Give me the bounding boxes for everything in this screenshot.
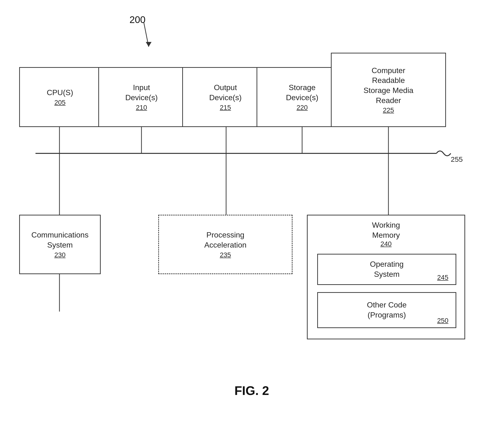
diagram-number: 200 — [129, 14, 146, 25]
svg-marker-1 — [146, 42, 152, 47]
output-label: OutputDevice(s) — [209, 83, 241, 103]
proc-label: ProcessingAcceleration — [204, 230, 247, 250]
crsm-num: 225 — [383, 106, 394, 114]
crsm-box: ComputerReadableStorage MediaReader 225 — [331, 53, 446, 127]
cpu-num: 205 — [55, 99, 66, 106]
comm-num: 230 — [55, 251, 66, 259]
crsm-label: ComputerReadableStorage MediaReader — [364, 66, 413, 105]
os-num: 245 — [437, 274, 448, 281]
cpu-label: CPU(S) — [47, 88, 73, 98]
other-label: Other Code(Programs) — [367, 300, 406, 320]
proc-num: 235 — [220, 251, 231, 259]
working-label: WorkingMemory — [372, 221, 400, 239]
output-box: OutputDevice(s) 215 — [182, 67, 268, 127]
proc-box: ProcessingAcceleration 235 — [158, 215, 293, 274]
input-label: InputDevice(s) — [125, 83, 157, 103]
input-num: 210 — [136, 104, 147, 111]
os-box: OperatingSystem 245 — [317, 254, 456, 285]
cpu-box: CPU(S) 205 — [19, 67, 101, 127]
bus-label: 255 — [451, 155, 463, 164]
fig-label: FIG. 2 — [192, 384, 312, 398]
os-label: OperatingSystem — [370, 259, 404, 279]
diagram: 200 CPU(S) 205 InputDevice(s) 210 Output… — [0, 0, 504, 440]
working-num: 240 — [380, 240, 392, 248]
working-box: WorkingMemory 240 OperatingSystem 245 Ot… — [307, 215, 465, 339]
input-box: InputDevice(s) 210 — [98, 67, 185, 127]
comm-box: CommunicationsSystem 230 — [19, 215, 101, 274]
comm-label: CommunicationsSystem — [31, 230, 88, 250]
other-num: 250 — [437, 317, 448, 325]
output-num: 215 — [220, 104, 231, 111]
svg-line-0 — [144, 23, 149, 47]
storage-num: 220 — [297, 104, 308, 111]
storage-label: StorageDevice(s) — [286, 83, 318, 103]
other-box: Other Code(Programs) 250 — [317, 292, 456, 328]
